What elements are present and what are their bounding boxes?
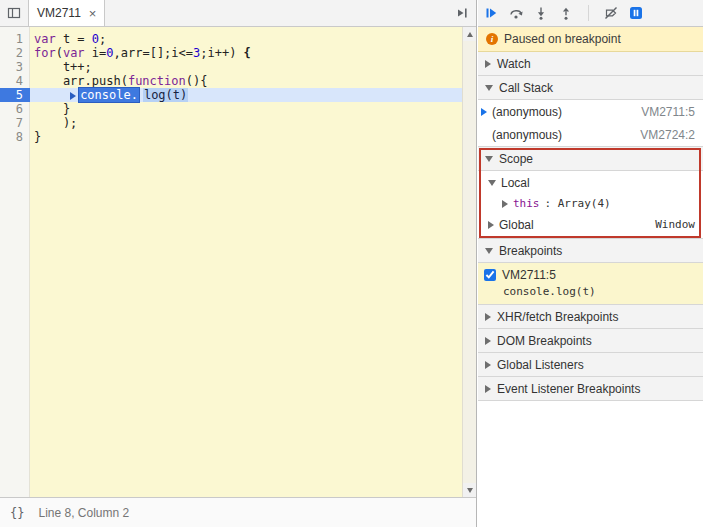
code-text[interactable]: }: [30, 130, 41, 144]
scroll-up-icon: [467, 32, 473, 37]
gutter-line-number[interactable]: 5: [0, 88, 30, 102]
section-header-scope[interactable]: Scope: [478, 147, 703, 171]
pause-on-exceptions-icon[interactable]: [629, 6, 643, 20]
gutter-line-number[interactable]: 2: [0, 46, 30, 60]
call-stack-frame[interactable]: (anonymous)VM2711:5: [478, 100, 703, 123]
code-token: var: [34, 32, 56, 46]
frame-location: VM2711:5: [641, 105, 695, 119]
code-token: (: [56, 46, 63, 60]
code-text[interactable]: arr.push(function(){: [30, 74, 207, 88]
code-line: 2for(var i=0,arr=[];i<=3;i++) {: [0, 46, 462, 60]
call-stack-frame[interactable]: (anonymous)VM2724:2: [478, 123, 703, 146]
code-text[interactable]: }: [30, 102, 70, 116]
section-title: Global Listeners: [497, 358, 584, 372]
gutter-line-number[interactable]: 1: [0, 32, 30, 46]
deactivate-breakpoints-icon[interactable]: [604, 6, 618, 20]
section-header-global-listeners[interactable]: Global Listeners: [478, 353, 703, 377]
code-token: log(t): [143, 88, 188, 102]
devtools-sources-panel: VM2711 × 1var t = 0;2for(var i=0,arr=[];…: [0, 0, 703, 527]
gutter-line-number[interactable]: 8: [0, 130, 30, 144]
collapse-debugger-panel-icon[interactable]: [448, 0, 476, 26]
code-token: {: [244, 46, 251, 60]
breakpoint-snippet[interactable]: console.log(t): [478, 284, 703, 300]
section-header-watch[interactable]: Watch: [478, 52, 703, 76]
tab-label: VM2711: [37, 6, 81, 20]
disclosure-triangle-icon: [485, 60, 491, 68]
breakpoint-checkbox[interactable]: [484, 269, 496, 281]
scroll-down-icon: [467, 488, 473, 493]
gutter-line-number[interactable]: 6: [0, 102, 30, 116]
step-over-icon[interactable]: [509, 6, 523, 20]
step-into-icon[interactable]: [534, 6, 548, 20]
breakpoint-location[interactable]: VM2711:5: [502, 268, 556, 282]
tab-vm2711[interactable]: VM2711 ×: [28, 0, 105, 26]
gutter-line-number[interactable]: 3: [0, 60, 30, 74]
section-header-xhr-fetch-breakpoints[interactable]: XHR/fetch Breakpoints: [478, 305, 703, 329]
code-token: t =: [56, 32, 92, 46]
play-into-bar-icon: [455, 6, 469, 20]
code-text[interactable]: t++;: [30, 60, 92, 74]
section-header-dom-breakpoints[interactable]: DOM Breakpoints: [478, 329, 703, 353]
code-token: i=: [85, 46, 107, 60]
code-token: ;i++): [200, 46, 243, 60]
paused-message: Paused on breakpoint: [504, 32, 621, 46]
section-header-call-stack[interactable]: Call Stack: [478, 76, 703, 100]
call-stack-frames: (anonymous)VM2711:5(anonymous)VM2724:2: [478, 100, 703, 147]
execution-marker-icon: [70, 92, 76, 100]
code-text[interactable]: var t = 0;: [30, 32, 106, 46]
code-token: 0: [106, 46, 113, 60]
tab-close-icon[interactable]: ×: [89, 7, 97, 20]
scroll-up-button[interactable]: [463, 27, 476, 41]
scope-global-value: Window: [655, 218, 703, 231]
section-title: Event Listener Breakpoints: [497, 382, 640, 396]
scope-local-label: Local: [501, 176, 530, 190]
code-line: 4 arr.push(function(){: [0, 74, 462, 88]
toolbar-separator: [588, 5, 589, 21]
breakpoint-entry: VM2711:5 console.log(t): [478, 263, 703, 305]
scope-tree: Local this: Array(4) Global Window: [478, 171, 703, 239]
resume-icon[interactable]: [484, 6, 498, 20]
code-text[interactable]: console.log(t): [30, 88, 188, 102]
code-token: function: [128, 74, 186, 88]
code-token: t++;: [34, 60, 92, 74]
scope-section: Scope Local this: Array(4) Global Window: [478, 147, 703, 239]
debugger-toolbar: [478, 0, 703, 27]
code-text[interactable]: );: [30, 116, 77, 130]
cursor-position: Line 8, Column 2: [38, 506, 129, 520]
code-line: 8}: [0, 130, 462, 144]
section-header-event-listener-breakpoints[interactable]: Event Listener Breakpoints: [478, 377, 703, 401]
code-token: ;: [99, 32, 106, 46]
gutter-line-number[interactable]: 7: [0, 116, 30, 130]
step-out-icon[interactable]: [559, 6, 573, 20]
section-header-breakpoints[interactable]: Breakpoints: [478, 239, 703, 263]
gutter-line-number[interactable]: 4: [0, 74, 30, 88]
disclosure-triangle-icon: [502, 200, 508, 208]
frame-name: (anonymous): [492, 105, 641, 119]
editor-scrollbar[interactable]: [462, 27, 476, 497]
code-text[interactable]: for(var i=0,arr=[];i<=3;i++) {: [30, 46, 251, 60]
toggle-navigator-icon[interactable]: [0, 0, 28, 26]
code-token: }: [34, 130, 41, 144]
code-editor[interactable]: 1var t = 0;2for(var i=0,arr=[];i<=3;i++)…: [0, 27, 476, 497]
more-sections: XHR/fetch BreakpointsDOM BreakpointsGlob…: [478, 305, 703, 401]
scroll-down-button[interactable]: [463, 483, 476, 497]
property-value: : Array(4): [545, 197, 611, 210]
scope-global-row[interactable]: Global Window: [478, 214, 703, 235]
disclosure-triangle-icon: [485, 313, 491, 321]
pretty-print-button[interactable]: {}: [10, 506, 24, 520]
disclosure-triangle-icon: [485, 156, 493, 162]
disclosure-triangle-icon: [485, 361, 491, 369]
scope-local-row[interactable]: Local: [478, 172, 703, 193]
breakpoint-row[interactable]: VM2711:5: [478, 266, 703, 284]
code-token: ,arr=[];i<=: [114, 46, 193, 60]
code-line: 5 console.log(t): [0, 88, 462, 102]
frame-name: (anonymous): [492, 128, 640, 142]
disclosure-triangle-icon: [485, 337, 491, 345]
code-line: 3 t++;: [0, 60, 462, 74]
disclosure-triangle-icon: [485, 248, 493, 254]
disclosure-triangle-icon: [485, 85, 493, 91]
code-line: 1var t = 0;: [0, 32, 462, 46]
scope-this-row[interactable]: this: Array(4): [478, 193, 703, 214]
section-title: Call Stack: [499, 81, 553, 95]
active-frame-marker-icon: [481, 108, 487, 116]
